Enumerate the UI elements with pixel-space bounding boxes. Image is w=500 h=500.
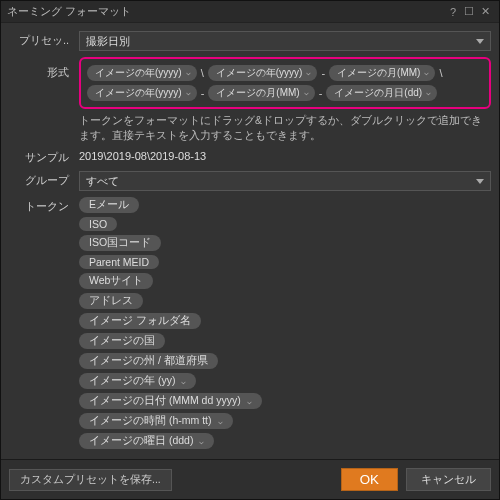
chevron-down-icon[interactable]: ⌵	[304, 86, 309, 100]
preset-select[interactable]: 撮影日別	[79, 31, 491, 51]
chevron-down-icon[interactable]: ⌵	[218, 417, 223, 426]
token-pill[interactable]: アドレス	[79, 293, 143, 309]
sample-label: サンプル	[9, 148, 79, 165]
token-label: トークン	[9, 197, 79, 214]
token-pill[interactable]: ISO	[79, 217, 117, 231]
format-separator: \	[437, 67, 444, 79]
format-separator: -	[319, 67, 327, 79]
help-icon[interactable]: ?	[445, 6, 461, 18]
format-token-pill[interactable]: イメージの月日(dd)⌵	[326, 85, 437, 101]
format-label: 形式	[9, 57, 79, 80]
chevron-down-icon[interactable]: ⌵	[424, 66, 429, 80]
format-separator: -	[199, 87, 207, 99]
token-pill[interactable]: イメージの州 / 都道府県	[79, 353, 218, 369]
format-token-pill[interactable]: イメージの月(MM)⌵	[208, 85, 314, 101]
format-token-pill[interactable]: イメージの年(yyyy)⌵	[208, 65, 318, 81]
format-help-text: トークンをフォーマットにドラッグ&ドロップするか、ダブルクリックで追加できます。…	[79, 113, 491, 142]
dialog-content: プリセッ.. 撮影日別 形式 イメージの年(yyyy)⌵\イメージの年(yyyy…	[1, 23, 499, 459]
token-pill[interactable]: イメージ フォルダ名	[79, 313, 201, 329]
token-pill[interactable]: イメージの年 (yy)⌵	[79, 373, 196, 389]
chevron-down-icon[interactable]: ⌵	[186, 66, 191, 80]
token-pill[interactable]: Webサイト	[79, 273, 153, 289]
cancel-button[interactable]: キャンセル	[406, 468, 491, 491]
group-value: すべて	[86, 175, 119, 187]
format-field[interactable]: イメージの年(yyyy)⌵\イメージの年(yyyy)⌵-イメージの月(MM)⌵\…	[79, 57, 491, 109]
ok-button[interactable]: OK	[341, 468, 398, 491]
format-token-pill[interactable]: イメージの年(yyyy)⌵	[87, 85, 197, 101]
save-preset-button[interactable]: カスタムプリセットを保存...	[9, 469, 172, 491]
token-pill[interactable]: Eメール	[79, 197, 139, 213]
titlebar: ネーミング フォーマット ? ☐ ✕	[1, 1, 499, 23]
token-pill[interactable]: イメージの日付 (MMM dd yyyy)⌵	[79, 393, 262, 409]
format-separator: \	[199, 67, 206, 79]
chevron-down-icon[interactable]: ⌵	[199, 437, 204, 446]
token-pill[interactable]: イメージの曜日 (ddd)⌵	[79, 433, 214, 449]
chevron-down-icon[interactable]: ⌵	[306, 66, 311, 80]
group-select[interactable]: すべて	[79, 171, 491, 191]
format-token-pill[interactable]: イメージの月(MM)⌵	[329, 65, 435, 81]
token-list: EメールISOISO国コードParent MEIDWebサイトアドレスイメージ …	[79, 197, 491, 453]
token-pill[interactable]: Parent MEID	[79, 255, 159, 269]
token-pill[interactable]: イメージの国	[79, 333, 165, 349]
sample-value: 2019\2019-08\2019-08-13	[79, 148, 491, 162]
token-pill[interactable]: ISO国コード	[79, 235, 161, 251]
format-separator: -	[317, 87, 325, 99]
group-label: グループ	[9, 171, 79, 188]
close-icon[interactable]: ✕	[477, 5, 493, 18]
chevron-down-icon[interactable]: ⌵	[186, 86, 191, 100]
chevron-down-icon[interactable]: ⌵	[247, 397, 252, 406]
maximize-icon[interactable]: ☐	[461, 5, 477, 18]
format-token-pill[interactable]: イメージの年(yyyy)⌵	[87, 65, 197, 81]
dialog-footer: カスタムプリセットを保存... OK キャンセル	[1, 459, 499, 499]
dialog-title: ネーミング フォーマット	[7, 4, 445, 19]
preset-value: 撮影日別	[86, 35, 130, 47]
token-pill[interactable]: イメージの時間 (h-mm tt)⌵	[79, 413, 233, 429]
chevron-down-icon[interactable]: ⌵	[426, 86, 431, 100]
dialog-window: ネーミング フォーマット ? ☐ ✕ プリセッ.. 撮影日別 形式 イメージの年…	[0, 0, 500, 500]
chevron-down-icon[interactable]: ⌵	[181, 377, 186, 386]
preset-label: プリセッ..	[9, 31, 79, 48]
